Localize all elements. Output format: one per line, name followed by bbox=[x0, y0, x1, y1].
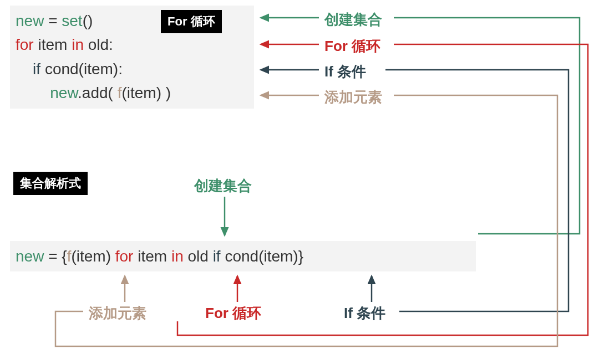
label-for-loop: For 循环 bbox=[161, 10, 222, 33]
link-create-set bbox=[394, 18, 580, 234]
tok-for-keyword: for bbox=[16, 36, 34, 53]
anno-create-set: 创建集合 bbox=[324, 10, 382, 29]
tok: () bbox=[83, 12, 93, 29]
tok: (item) bbox=[71, 248, 115, 265]
tok: cond(item)} bbox=[221, 248, 303, 265]
tok-in-keyword: in bbox=[72, 36, 84, 53]
tok-for-kw-2: for bbox=[115, 248, 134, 265]
tok-new-keyword: new bbox=[16, 12, 44, 29]
code-block-set-comp: new = {f(item) for item in old if cond(i… bbox=[10, 241, 476, 271]
tok: old bbox=[184, 248, 213, 265]
tok-in-kw-2: in bbox=[171, 248, 184, 265]
label-set-comprehension: 集合解析式 bbox=[13, 172, 88, 195]
tok: item bbox=[34, 36, 72, 53]
anno-if-cond-2: If 条件 bbox=[344, 304, 385, 323]
tok-new-var-2: new bbox=[16, 248, 44, 265]
anno-if-cond: If 条件 bbox=[324, 62, 366, 81]
tok: cond(item): bbox=[40, 60, 123, 78]
code-line-2: for item in old: bbox=[16, 33, 248, 57]
link-if-cond bbox=[385, 70, 568, 311]
anno-add-elem: 添加元素 bbox=[324, 88, 382, 107]
anno-for-loop-2: For 循环 bbox=[205, 304, 261, 323]
tok-if-kw-2: if bbox=[213, 248, 221, 265]
tok: old: bbox=[84, 36, 113, 53]
tok: (item) ) bbox=[121, 84, 171, 101]
tok: = bbox=[44, 12, 62, 29]
tok-if-keyword: if bbox=[16, 60, 40, 78]
tok-set-call: set bbox=[62, 12, 82, 29]
tok: = { bbox=[44, 248, 67, 265]
anno-for-loop: For 循环 bbox=[324, 37, 380, 56]
code-line-3: if cond(item): bbox=[16, 57, 248, 81]
tok-new-var: new bbox=[16, 84, 78, 101]
anno-create-set-2: 创建集合 bbox=[194, 176, 252, 196]
anno-add-elem-2: 添加元素 bbox=[89, 304, 146, 323]
code-line-4: new.add( f(item) ) bbox=[16, 81, 248, 105]
tok: .add( bbox=[78, 84, 118, 101]
tok: item bbox=[133, 248, 171, 265]
